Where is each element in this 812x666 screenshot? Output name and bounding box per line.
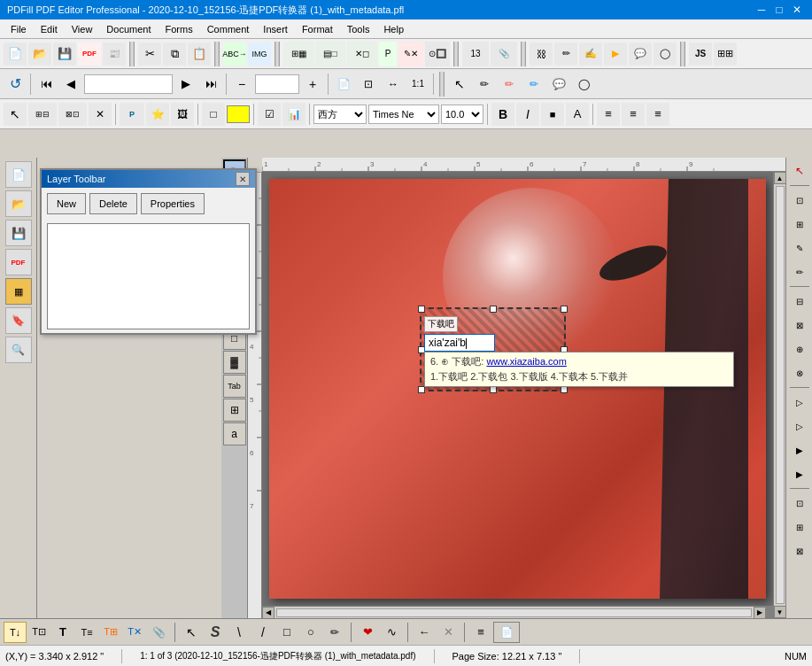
- bt-line2[interactable]: /: [251, 622, 275, 643]
- bt-clip[interactable]: 📎: [147, 622, 170, 643]
- sel-handle-tr[interactable]: [561, 306, 568, 313]
- view-width-button[interactable]: ↔: [382, 73, 405, 96]
- left-layers-btn[interactable]: ▦: [5, 278, 32, 305]
- paste-button[interactable]: 📋: [188, 43, 211, 66]
- sel-handle-bl[interactable]: [418, 386, 425, 393]
- fill-yellow-button[interactable]: [227, 105, 250, 123]
- menu-file[interactable]: File: [4, 19, 34, 38]
- bt-undo[interactable]: ←: [413, 622, 436, 643]
- color-button[interactable]: ■: [541, 103, 564, 126]
- bt-pen[interactable]: ✏: [323, 622, 346, 643]
- btn-speech[interactable]: 💬: [629, 43, 652, 66]
- export-button[interactable]: IMG: [248, 43, 271, 66]
- right-btn-6[interactable]: ⊟: [788, 290, 811, 313]
- right-btn-16[interactable]: ⊠: [788, 539, 811, 562]
- prev-page-button[interactable]: ◀: [59, 73, 82, 96]
- sel-handle-tl[interactable]: [418, 306, 425, 313]
- menu-tools[interactable]: Tools: [340, 19, 377, 38]
- bt-rect[interactable]: □: [275, 622, 298, 643]
- right-btn-13[interactable]: ▶: [788, 462, 811, 485]
- save-as-button[interactable]: 📰: [103, 43, 126, 66]
- left-pdf-btn[interactable]: PDF: [5, 249, 32, 275]
- vert-tab-tool[interactable]: Tab: [223, 375, 246, 398]
- view-page-button[interactable]: 📄: [332, 73, 355, 96]
- btn-t4[interactable]: P: [379, 42, 397, 66]
- left-open-btn[interactable]: 📂: [5, 190, 32, 217]
- menu-help[interactable]: Help: [376, 19, 411, 38]
- cut-button[interactable]: ✂: [138, 43, 161, 66]
- btn-stamp[interactable]: 13: [462, 42, 489, 66]
- vert-matrix-tool[interactable]: ⊞: [223, 399, 246, 422]
- select-arrow-button[interactable]: ↖: [4, 103, 27, 126]
- image-place-button[interactable]: 🖼: [171, 103, 194, 126]
- maximize-button[interactable]: □: [771, 2, 787, 18]
- scroll-left-btn[interactable]: ◀: [262, 607, 275, 619]
- layer-properties-button[interactable]: Properties: [141, 193, 205, 214]
- bt-shadow-s[interactable]: S: [204, 622, 227, 643]
- layer-toolbar-title[interactable]: Layer Toolbar ✕: [42, 170, 255, 188]
- font-color-button[interactable]: A: [566, 103, 589, 126]
- btn-pencil[interactable]: ✍: [579, 43, 602, 66]
- star-button[interactable]: ⭐: [146, 103, 169, 126]
- btn-highlight[interactable]: ▶: [604, 43, 627, 66]
- select-tool-button[interactable]: ↖: [448, 73, 471, 96]
- btn-attach[interactable]: 📎: [491, 42, 517, 66]
- first-page-button[interactable]: ⏮: [35, 73, 58, 96]
- bt-text1[interactable]: T↓: [4, 622, 27, 643]
- align-right-button[interactable]: ≡: [646, 103, 669, 126]
- next-page-button[interactable]: ▶: [174, 73, 197, 96]
- page-input[interactable]: 1: 1 of 3 (2020: [84, 74, 173, 94]
- sel-handle-bm[interactable]: [490, 386, 497, 393]
- right-btn-7[interactable]: ⊠: [788, 314, 811, 337]
- btn-js[interactable]: JS: [689, 43, 712, 66]
- bt-text5[interactable]: T⊞: [99, 622, 122, 643]
- right-btn-8[interactable]: ⊕: [788, 337, 811, 360]
- btn-shape[interactable]: ◯: [653, 43, 677, 66]
- save-pdf-button[interactable]: PDF: [78, 43, 101, 66]
- btn-link[interactable]: ⛓: [530, 43, 553, 66]
- edit-pencil-button[interactable]: ✏: [473, 73, 496, 96]
- align-left-button[interactable]: ≡: [597, 103, 620, 126]
- bt-line1[interactable]: \: [228, 622, 251, 643]
- right-btn-12[interactable]: ▶: [788, 438, 811, 461]
- btn-t5[interactable]: ✎✕: [398, 42, 423, 66]
- autocomplete-popup[interactable]: 6. ⊕ 下载吧: www.xiazaiba.com 1.下载吧 2.下载包 3…: [424, 352, 734, 387]
- btn-t1[interactable]: ⊞▦: [283, 42, 313, 66]
- left-save-btn[interactable]: 💾: [5, 220, 32, 246]
- last-page-button[interactable]: ⏭: [199, 73, 222, 96]
- btn-annot[interactable]: ✏: [554, 43, 577, 66]
- v-scrollbar[interactable]: ▲ ▼: [773, 172, 785, 618]
- view-actual-button[interactable]: 1:1: [406, 73, 429, 96]
- right-btn-4[interactable]: ✎: [788, 236, 811, 259]
- refresh-button[interactable]: ↺: [4, 73, 27, 96]
- bt-text4[interactable]: T≡: [75, 622, 98, 643]
- right-btn-1[interactable]: ↖: [788, 159, 811, 182]
- v-scrollbar-thumb[interactable]: [776, 186, 785, 604]
- erase-button[interactable]: ✏: [522, 73, 545, 96]
- checkbox-button[interactable]: ☑: [258, 103, 281, 126]
- menu-edit[interactable]: Edit: [34, 19, 65, 38]
- zoom-out-button[interactable]: −: [230, 73, 253, 96]
- menu-view[interactable]: View: [65, 19, 100, 38]
- text-type1-button[interactable]: ⊞⊟: [28, 103, 57, 126]
- text-edit-box[interactable]: xia'zai'b: [424, 334, 495, 352]
- right-btn-10[interactable]: ▷: [788, 391, 811, 414]
- text-type2-button[interactable]: ⊠⊡: [58, 103, 87, 126]
- layer-delete-button[interactable]: Delete: [89, 193, 137, 214]
- btn-t3[interactable]: ✕◻: [347, 42, 377, 66]
- scroll-down-btn[interactable]: ▼: [774, 606, 786, 618]
- left-bookmark-btn[interactable]: 🔖: [5, 307, 32, 334]
- right-btn-9[interactable]: ⊗: [788, 361, 811, 384]
- menu-comment[interactable]: Comment: [200, 19, 257, 38]
- left-zoom-btn[interactable]: 🔍: [5, 337, 32, 363]
- bt-select-arrow[interactable]: ↖: [180, 622, 203, 643]
- vert-pattern-tool[interactable]: ▓: [223, 351, 246, 374]
- bt-heart[interactable]: ❤: [356, 622, 379, 643]
- menu-document[interactable]: Document: [99, 19, 158, 38]
- delete-obj-button[interactable]: ✕: [89, 103, 112, 126]
- save-button[interactable]: 💾: [53, 43, 76, 66]
- right-btn-3[interactable]: ⊞: [788, 213, 811, 236]
- zoom-in-button[interactable]: +: [301, 73, 324, 96]
- open-button[interactable]: 📂: [28, 43, 51, 66]
- vert-letter-tool[interactable]: a: [223, 422, 246, 445]
